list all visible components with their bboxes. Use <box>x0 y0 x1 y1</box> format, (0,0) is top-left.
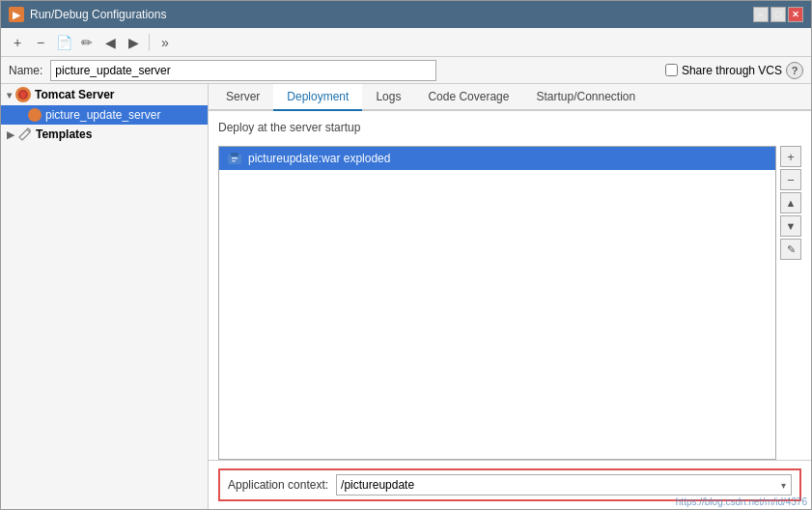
templates-group[interactable]: ▶ Templates <box>1 125 208 144</box>
forward-button[interactable]: ▶ <box>123 32 144 53</box>
svg-rect-3 <box>231 153 238 156</box>
templates-chevron: ▶ <box>7 129 14 140</box>
app-context-label: Application context: <box>228 478 328 492</box>
move-up-button[interactable]: ▲ <box>780 192 801 213</box>
artifact-label: pictureupdate:war exploded <box>248 152 390 165</box>
copy-button[interactable]: 📄 <box>53 32 74 53</box>
window-title: Run/Debug Configurations <box>30 8 166 21</box>
tab-code-coverage[interactable]: Code Coverage <box>414 84 522 111</box>
artifact-list-container: pictureupdate:war exploded + − ▲ ▼ ✎ <box>209 146 811 460</box>
tab-logs[interactable]: Logs <box>362 84 414 111</box>
maximize-button[interactable]: □ <box>770 7 786 22</box>
add-button[interactable]: + <box>7 32 28 53</box>
share-label: Share through VCS <box>682 64 782 77</box>
share-area: Share through VCS ? <box>665 62 803 79</box>
sidebar-item-picture-update-server[interactable]: picture_update_server <box>1 105 208 125</box>
sidebar-child-label: picture_update_server <box>45 108 160 122</box>
help-button[interactable]: ? <box>786 62 803 79</box>
remove-button[interactable]: − <box>30 32 51 53</box>
svg-rect-5 <box>232 160 236 162</box>
tab-bar: Server Deployment Logs Code Coverage Sta… <box>209 84 811 111</box>
toolbar: + − 📄 ✏ ◀ ▶ » <box>1 28 811 57</box>
remove-artifact-button[interactable]: − <box>780 169 801 190</box>
more-button[interactable]: » <box>154 32 176 53</box>
main-window: ▶ Run/Debug Configurations − □ ✕ + − 📄 ✏… <box>0 0 812 510</box>
tomcat-child-icon <box>28 108 42 122</box>
close-button[interactable]: ✕ <box>788 7 803 22</box>
artifact-list: pictureupdate:war exploded <box>218 146 776 460</box>
sidebar: ▾ Tomcat Server picture_update_server ▶ <box>1 84 209 509</box>
deploy-label: Deploy at the server startup <box>218 121 801 134</box>
tomcat-icon <box>15 87 31 102</box>
minimize-button[interactable]: − <box>753 7 769 22</box>
right-panel: Server Deployment Logs Code Coverage Sta… <box>209 84 811 509</box>
templates-label: Templates <box>36 128 92 141</box>
tomcat-server-label: Tomcat Server <box>35 88 114 101</box>
window-controls: − □ ✕ <box>753 7 803 22</box>
add-artifact-button[interactable]: + <box>780 146 801 167</box>
edit-button[interactable]: ✏ <box>76 32 98 53</box>
tab-content-deployment: Deploy at the server startup pictureupda… <box>209 111 811 509</box>
tomcat-chevron: ▾ <box>7 90 12 100</box>
wrench-icon <box>18 128 32 141</box>
app-context-select[interactable]: /pictureupdate <box>336 474 792 496</box>
app-context-select-wrapper: /pictureupdate <box>336 474 792 496</box>
main-content: ▾ Tomcat Server picture_update_server ▶ <box>1 84 811 509</box>
back-button[interactable]: ◀ <box>99 32 121 53</box>
artifact-icon <box>227 151 242 166</box>
name-bar: Name: Share through VCS ? <box>1 57 811 84</box>
svg-rect-4 <box>232 157 238 159</box>
move-down-button[interactable]: ▼ <box>780 215 801 237</box>
title-bar-left: ▶ Run/Debug Configurations <box>9 7 166 22</box>
share-checkbox[interactable] <box>665 64 678 76</box>
tab-server[interactable]: Server <box>212 84 273 111</box>
deploy-section: Deploy at the server startup <box>209 111 811 146</box>
tomcat-server-group[interactable]: ▾ Tomcat Server <box>1 84 208 105</box>
name-label: Name: <box>9 64 42 77</box>
list-buttons: + − ▲ ▼ ✎ <box>776 146 801 460</box>
title-bar: ▶ Run/Debug Configurations − □ ✕ <box>1 1 811 28</box>
toolbar-separator <box>149 34 150 51</box>
tab-deployment[interactable]: Deployment <box>273 84 362 111</box>
tab-startup-connection[interactable]: Startup/Connection <box>522 84 649 111</box>
app-icon: ▶ <box>9 7 24 22</box>
artifact-item[interactable]: pictureupdate:war exploded <box>219 147 775 170</box>
watermark: https://blog.csdn.net/m/id/4376 <box>676 496 807 507</box>
name-input[interactable] <box>50 60 436 81</box>
edit-artifact-button[interactable]: ✎ <box>780 239 801 260</box>
